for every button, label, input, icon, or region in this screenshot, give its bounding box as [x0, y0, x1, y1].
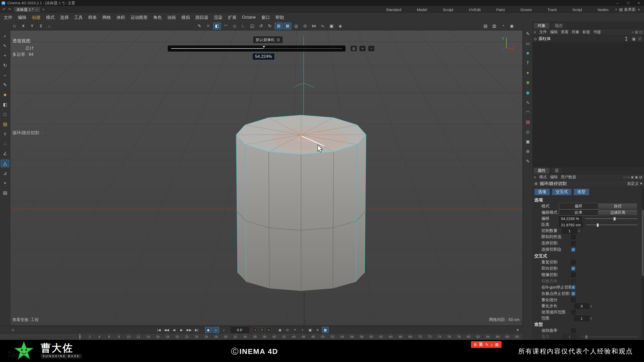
brush-icon[interactable]: ⌗ [204, 23, 212, 29]
zoom-out-button[interactable]: − [368, 46, 375, 52]
layout-preset[interactable]: Nodes [598, 8, 609, 12]
panel-tab[interactable]: 层 [550, 167, 563, 174]
keyframe-toggle[interactable]: ◆ [205, 327, 212, 333]
search-icon[interactable]: ⌕ [632, 30, 634, 34]
plane-primitive-icon[interactable]: ▭ [524, 40, 532, 47]
menu-item[interactable]: 网格 [100, 15, 114, 20]
prev-frame-button[interactable]: ◀ [171, 327, 177, 333]
layout-icon[interactable]: ◫ [639, 30, 642, 34]
axis-x-lock[interactable]: X [19, 23, 27, 29]
checkbox[interactable] [571, 310, 576, 314]
texture-mode-icon[interactable]: ▨ [1, 120, 9, 128]
ime-lang[interactable]: 英 [479, 342, 483, 347]
add-tab-button[interactable]: + [41, 7, 47, 12]
checkbox[interactable] [571, 266, 576, 271]
add-layout-button[interactable]: + [613, 7, 619, 12]
rotate-cw-icon[interactable]: ↻ [266, 23, 274, 29]
search-icon[interactable]: ⌕ [628, 175, 630, 179]
checkbox[interactable] [571, 279, 576, 283]
pressure-field[interactable]: 1 [562, 334, 577, 339]
polygon-tag-icon[interactable]: ▦ [631, 36, 636, 41]
new-interface-button[interactable]: ▤ 新界面 [619, 7, 635, 12]
record-button[interactable]: ● [252, 327, 258, 333]
frame-icon[interactable]: ▣ [328, 23, 335, 29]
record-off-button[interactable]: ● [266, 327, 272, 333]
ime-pen-icon[interactable]: ✎ [485, 342, 489, 347]
measure-icon[interactable]: ∟ [239, 23, 247, 29]
axis-mode-icon[interactable]: ⌖ [1, 179, 9, 187]
menu-item[interactable]: 模式 [43, 15, 57, 20]
deformer-icon[interactable]: ▨ [524, 118, 532, 125]
undo-icon[interactable]: ↶ [2, 7, 7, 12]
menu-item[interactable]: 扩展 [225, 15, 239, 20]
axis-gizmo[interactable]: Y X [500, 36, 516, 52]
display-icon[interactable]: ▣ [524, 138, 532, 145]
menu-item[interactable]: 体积 [114, 15, 128, 20]
close-tab-icon[interactable]: × [36, 8, 38, 12]
ime-sound-icon[interactable]: ♪ [491, 342, 493, 347]
render-settings-icon[interactable]: ◔ [499, 23, 507, 29]
menu-item[interactable]: 窗口 [259, 15, 273, 20]
cuts-field[interactable]: 1 [562, 228, 577, 234]
list-icon[interactable]: ▤ [639, 175, 642, 179]
material-sphere-icon[interactable]: ◉ [508, 23, 516, 29]
arc-icon[interactable]: ◠ [524, 109, 532, 116]
pen-tool-icon[interactable]: ✎ [1, 81, 9, 89]
checkbox[interactable] [571, 260, 576, 264]
document-tab[interactable]: 未标题 1 * × [14, 7, 41, 13]
stepper-arrows[interactable]: ▲▼ [590, 305, 592, 307]
keyframe-outline-toggle[interactable]: ◇ [213, 327, 219, 333]
polygon-mode-icon[interactable]: △ [1, 160, 9, 167]
render-picture-viewer-icon[interactable]: ▥ [490, 23, 498, 29]
enable-axis-icon[interactable]: ◧ [213, 23, 221, 29]
snap-frame-icon[interactable]: ▦ [322, 327, 329, 333]
menu-item[interactable]: 跟踪器 [193, 15, 211, 20]
zoom-in-button[interactable]: + [359, 46, 366, 52]
hamburger-icon[interactable]: ≡ [534, 175, 536, 179]
points-mode-icon[interactable]: ∴ [1, 140, 9, 148]
menu-item[interactable]: 文件 [1, 15, 15, 20]
panel-menu-item[interactable]: 标签 [583, 30, 590, 34]
layout-split-button[interactable]: ||| [350, 46, 357, 52]
play-button[interactable]: ▶ [178, 327, 185, 333]
lock-icon[interactable]: ◈ [336, 23, 344, 29]
checkbox[interactable] [571, 291, 576, 296]
close-button[interactable]: × [633, 0, 644, 6]
arc-icon[interactable]: ◠ [222, 23, 230, 29]
ime-toolbar[interactable]: S英✎♪⊞ [471, 341, 502, 348]
move-tool-icon[interactable]: + [1, 52, 9, 59]
scrollbar[interactable] [641, 189, 644, 339]
panel-menu-item[interactable]: 模式 [539, 175, 547, 179]
preset-dropdown[interactable]: 自定义 ▾ [627, 181, 642, 186]
stepper-arrows[interactable]: ▲▼ [578, 230, 580, 232]
panel-menu-item[interactable]: 书签 [593, 30, 601, 34]
object-row[interactable]: ⊙ 圆柱体 ▦✓ [532, 35, 644, 42]
cube-primitive-icon[interactable]: ■ [524, 50, 532, 57]
checkbox[interactable] [571, 298, 576, 302]
rotation-key-icon[interactable]: + [299, 327, 306, 333]
segment-option[interactable]: 循环 [559, 203, 598, 209]
scrollbar-thumb[interactable] [642, 210, 644, 276]
checkbox[interactable] [571, 285, 576, 290]
box-select-icon[interactable]: ◻ [11, 23, 18, 29]
theme-toggle-icon[interactable]: ◐ [638, 7, 640, 12]
layout-preset[interactable]: Sculpt [443, 8, 453, 12]
settings-icon[interactable]: ⊛ [524, 148, 532, 155]
panel-tab[interactable]: 属性 [533, 167, 550, 174]
volume-icon[interactable]: ◉ [524, 89, 532, 96]
menu-item[interactable]: Octane [239, 15, 259, 20]
attribute-group-tab[interactable]: 造型 [574, 189, 589, 195]
object-name[interactable]: 圆柱体 [539, 36, 551, 41]
edge-mode-icon[interactable]: ∠ [1, 150, 9, 157]
back-icon[interactable]: ‹ [623, 175, 625, 179]
section-header-modeling[interactable]: 造型 [532, 321, 644, 328]
sphere-primitive-icon[interactable]: ● [524, 69, 532, 76]
model-mode-icon[interactable]: □ [1, 111, 9, 118]
range-field[interactable]: 1 [574, 316, 589, 321]
pen-icon[interactable]: ✎ [524, 30, 532, 37]
workplane-icon[interactable]: ◱ [248, 23, 256, 29]
prev-key-button[interactable]: ◀◀ [163, 327, 170, 333]
text-tool-icon[interactable]: T [524, 60, 532, 67]
section-header-interactive[interactable]: 交互式 [532, 253, 644, 259]
menu-item[interactable]: 工具 [71, 15, 86, 20]
